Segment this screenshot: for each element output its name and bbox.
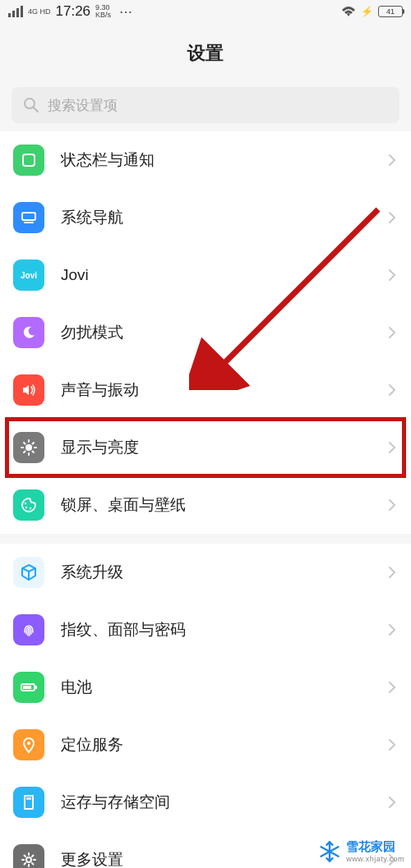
search-container: 搜索设置项 (0, 87, 411, 131)
watermark-text: 雪花家园 (346, 839, 404, 855)
status-time: 17:26 (56, 3, 91, 20)
svg-line-16 (33, 452, 35, 453)
snowflake-icon (318, 840, 341, 863)
svg-rect-7 (22, 213, 35, 220)
gear-icon (13, 844, 44, 868)
svg-line-5 (34, 108, 38, 112)
svg-rect-3 (21, 6, 23, 17)
search-icon (23, 97, 39, 113)
status-bar: 4G HD 17:26 9.30KB/s ⋯ ⚡ 41 (0, 0, 411, 23)
charging-icon: ⚡ (361, 6, 373, 17)
chevron-right-icon (388, 738, 396, 751)
chevron-right-icon (388, 211, 396, 224)
search-input[interactable]: 搜索设置项 (12, 87, 399, 123)
row-label: 锁屏、桌面与壁纸 (61, 494, 388, 516)
svg-point-20 (25, 507, 27, 508)
svg-rect-6 (23, 154, 35, 166)
nav-icon (13, 202, 44, 233)
page-title: 设置 (0, 41, 411, 66)
settings-group-2: 系统升级 指纹、面部与密码 电池 定位服务 运存与存储空间 更多设置 (0, 544, 411, 868)
search-placeholder: 搜索设置项 (48, 96, 118, 115)
row-label: 定位服务 (61, 734, 388, 755)
chevron-right-icon (388, 566, 396, 579)
row-battery[interactable]: 电池 (0, 659, 411, 716)
row-update[interactable]: 系统升级 (0, 544, 411, 601)
fingerprint-icon (13, 614, 44, 645)
row-nav[interactable]: 系统导航 (0, 189, 411, 246)
row-status-notify[interactable]: 状态栏与通知 (0, 131, 411, 189)
row-label: 运存与存储空间 (61, 792, 388, 813)
row-label: 显示与亮度 (61, 437, 388, 458)
watermark-bottom-right: 雪花家园 www.xhjaty.com (318, 839, 404, 863)
jovi-icon: Jovi (13, 259, 44, 291)
row-sound[interactable]: 声音与振动 (0, 361, 411, 419)
wifi-icon (341, 6, 356, 17)
moon-icon (13, 317, 44, 348)
chevron-right-icon (388, 681, 396, 694)
chevron-right-icon (388, 623, 396, 636)
page-header: 设置 (0, 23, 411, 87)
svg-point-4 (25, 99, 35, 108)
chevron-right-icon (388, 796, 396, 809)
row-lockscreen[interactable]: 锁屏、桌面与壁纸 (0, 476, 411, 534)
row-label: 系统升级 (61, 562, 388, 583)
svg-line-18 (33, 443, 35, 444)
data-rate: 9.30KB/s (95, 4, 111, 19)
chevron-right-icon (388, 498, 396, 512)
row-storage[interactable]: 运存与存储空间 (0, 774, 411, 831)
row-jovi[interactable]: Jovi Jovi (0, 246, 411, 304)
palette-icon (13, 489, 44, 521)
svg-rect-1 (12, 11, 15, 17)
row-location[interactable]: 定位服务 (0, 716, 411, 774)
svg-line-17 (24, 452, 25, 453)
row-label: 声音与振动 (61, 379, 388, 401)
square-icon (13, 145, 44, 176)
row-label: 状态栏与通知 (61, 149, 388, 171)
row-label: 电池 (61, 677, 388, 698)
svg-point-25 (27, 742, 30, 745)
cube-icon (13, 557, 44, 588)
svg-rect-2 (16, 8, 19, 17)
chevron-right-icon (388, 269, 396, 282)
sd-icon (13, 787, 44, 818)
battery-percent: 41 (386, 7, 395, 16)
battery-icon (13, 672, 44, 703)
chevron-right-icon (388, 441, 396, 454)
svg-rect-23 (35, 686, 37, 689)
svg-point-29 (26, 857, 31, 862)
row-label: 指纹、面部与密码 (61, 619, 388, 641)
svg-rect-0 (8, 13, 11, 17)
chevron-right-icon (388, 326, 396, 339)
more-icon: ⋯ (119, 4, 134, 20)
row-display[interactable]: 显示与亮度 (0, 419, 411, 476)
chevron-right-icon (388, 154, 396, 167)
speaker-icon (13, 374, 44, 406)
settings-group-1: 状态栏与通知 系统导航 Jovi Jovi 勿扰模式 声音与振动 显示与亮度 (0, 131, 411, 534)
row-dnd[interactable]: 勿扰模式 (0, 304, 411, 361)
svg-line-15 (24, 443, 25, 444)
svg-point-10 (25, 444, 32, 451)
svg-text:Jovi: Jovi (21, 271, 37, 280)
svg-point-19 (25, 503, 26, 504)
row-label: 勿扰模式 (61, 322, 388, 343)
watermark-url: www.xhjaty.com (346, 855, 404, 863)
pin-icon (13, 729, 44, 760)
row-biometrics[interactable]: 指纹、面部与密码 (0, 601, 411, 659)
signal-icon (8, 6, 23, 17)
signal-mode: 4G HD (28, 8, 51, 16)
chevron-right-icon (388, 383, 396, 397)
status-right: ⚡ 41 (341, 6, 403, 17)
svg-point-21 (30, 507, 31, 509)
status-left: 4G HD 17:26 9.30KB/s ⋯ (8, 3, 134, 20)
battery-icon: 41 (378, 6, 403, 17)
row-label: Jovi (61, 266, 388, 284)
svg-rect-24 (23, 686, 31, 689)
row-label: 系统导航 (61, 207, 388, 228)
brightness-icon (13, 432, 44, 463)
